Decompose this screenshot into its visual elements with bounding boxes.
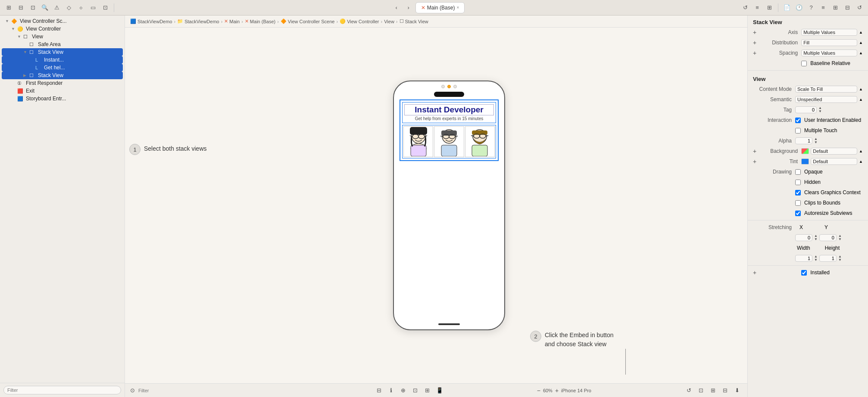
bc-item-6[interactable]: 🟡 View Controller [340, 19, 379, 24]
clips-to-bounds-checkbox[interactable] [795, 200, 801, 206]
toolbar-right-1[interactable]: ↺ [740, 3, 750, 13]
canvas-bottom-btn-5[interactable]: ⊞ [422, 385, 433, 396]
opaque-checkbox[interactable] [795, 169, 801, 175]
toolbar-icon-5[interactable]: ⚠ [52, 3, 62, 13]
axis-plus[interactable]: + [753, 29, 756, 36]
sh-down[interactable]: ▼ [838, 258, 842, 262]
toolbar-icon-4[interactable]: 🔍 [40, 3, 50, 13]
clears-graphics-checkbox[interactable] [795, 190, 801, 195]
axis-select[interactable]: Multiple Values [801, 29, 857, 36]
spacing-plus[interactable]: + [753, 50, 756, 56]
toolbar-right-6[interactable]: ? [806, 3, 816, 13]
tint-plus[interactable]: + [753, 158, 756, 165]
tree-item-gethelp[interactable]: ▼ L Get hel... [2, 64, 123, 71]
installed-plus[interactable]: + [753, 269, 756, 276]
baseline-checkbox[interactable] [801, 61, 807, 66]
sx-down[interactable]: ▼ [814, 238, 818, 241]
toolbar-right-4[interactable]: 📄 [782, 3, 792, 13]
dist-chevron[interactable]: ▲ [859, 40, 863, 45]
bg-select[interactable]: Default [811, 148, 857, 155]
tree-item-safe-area[interactable]: ▼ ☐ Safe Area [2, 40, 123, 48]
nav-forward-button[interactable]: › [403, 3, 414, 13]
bc-item-1[interactable]: 🟦 StackViewDemo [130, 19, 172, 24]
semantic-chevron[interactable]: ▲ [859, 97, 863, 102]
zoom-in-button[interactable]: + [555, 387, 559, 394]
toolbar-right-9[interactable]: ⊟ [842, 3, 852, 13]
canvas-bottom-btn-4[interactable]: ⊡ [410, 385, 421, 396]
bc-item-3[interactable]: ✕ Main [224, 19, 240, 24]
bottom-filter-input[interactable] [138, 388, 371, 393]
bg-swatch[interactable] [801, 148, 809, 154]
toolbar-icon-8[interactable]: ▭ [88, 3, 98, 13]
content-mode-chevron[interactable]: ▲ [859, 87, 863, 91]
hidden-checkbox[interactable] [795, 180, 801, 185]
toolbar-right-5[interactable]: 🕐 [794, 3, 804, 13]
toolbar-icon-7[interactable]: ⟐ [76, 3, 86, 13]
bc-item-2[interactable]: 📁 StackViewDemo [177, 19, 219, 24]
tree-item-view[interactable]: ▼ ☐ View [2, 33, 123, 40]
bottom-right-btn-1[interactable]: ↺ [684, 385, 694, 396]
user-interaction-checkbox[interactable] [795, 118, 801, 123]
embed-in-button[interactable]: ⬇ [732, 385, 742, 396]
tree-item-stackview1[interactable]: ▼ ☐ Stack View [2, 48, 123, 56]
toolbar-right-8[interactable]: ⊞ [830, 3, 840, 13]
toolbar-icon-3[interactable]: ⊡ [28, 3, 38, 13]
bc-item-5[interactable]: 🔶 View Controller Scene [281, 19, 335, 24]
stretch-x-input[interactable] [795, 234, 812, 241]
spacing-select[interactable]: Multiple Values [801, 50, 857, 56]
autoresize-checkbox[interactable] [795, 211, 801, 216]
toolbar-right-2[interactable]: ≡ [752, 3, 762, 13]
bottom-right-btn-2[interactable]: ⊡ [696, 385, 706, 396]
bc-item-8[interactable]: ☐ Stack View [400, 19, 428, 24]
semantic-select[interactable]: Unspecified [795, 96, 857, 103]
multiple-touch-checkbox[interactable] [795, 128, 801, 133]
stretch-w-input[interactable] [795, 255, 812, 262]
tree-item-vc-scene[interactable]: ▼ 🔶 View Controller Sc... [2, 17, 123, 25]
bg-chevron[interactable]: ▲ [859, 149, 863, 153]
main-base-tab[interactable]: ✕ Main (Base) × [415, 2, 465, 13]
tree-item-first-responder[interactable]: ▼ ① First Responder [2, 79, 123, 87]
toolbar-icon-2[interactable]: ⊟ [16, 3, 26, 13]
toolbar-right-7[interactable]: ≡ [818, 3, 828, 13]
tint-swatch[interactable] [801, 158, 809, 164]
nav-back-button[interactable]: ‹ [391, 3, 402, 13]
tree-item-exit[interactable]: ▼ 🟥 Exit [2, 87, 123, 95]
spacing-stepper[interactable]: ▲ [859, 51, 863, 55]
canvas-bottom-btn-3[interactable]: ⊕ [398, 385, 409, 396]
bg-plus[interactable]: + [753, 148, 756, 155]
toolbar-right-10[interactable]: ↺ [854, 3, 865, 13]
toolbar-icon-9[interactable]: ⊡ [100, 3, 110, 13]
bc-item-7[interactable]: View [384, 19, 394, 24]
bottom-right-btn-4[interactable]: ⊟ [720, 385, 730, 396]
installed-checkbox[interactable] [801, 270, 807, 276]
dist-select[interactable]: Fill [801, 39, 857, 46]
toolbar-right-3[interactable]: ⊞ [764, 3, 774, 13]
zoom-out-button[interactable]: − [537, 387, 540, 394]
toolbar-icon-1[interactable]: ⊞ [3, 3, 14, 13]
bottom-right-btn-3[interactable]: ⊞ [708, 385, 718, 396]
stretch-h-input[interactable] [819, 255, 837, 262]
tree-item-vc[interactable]: ▼ 🟡 View Controller [2, 25, 123, 33]
bc-item-4[interactable]: ✕ Main (Base) [245, 19, 275, 24]
tint-chevron[interactable]: ▲ [859, 159, 863, 164]
content-mode-select[interactable]: Scale To Fill [795, 86, 857, 93]
toolbar-icon-6[interactable]: ◇ [64, 3, 74, 13]
sy-down[interactable]: ▼ [838, 238, 842, 241]
alpha-down[interactable]: ▼ [814, 141, 818, 144]
axis-stepper-up[interactable]: ▲ [859, 30, 863, 34]
tab-close-button[interactable]: × [456, 5, 459, 10]
tree-item-stackview2[interactable]: ▶ ☐ Stack View [2, 71, 123, 79]
tree-item-storyboard[interactable]: ▼ 🟦 Storyboard Entr... [2, 95, 123, 102]
stretch-y-input[interactable] [819, 234, 837, 241]
tree-item-instant[interactable]: ▼ L Instant... [2, 56, 123, 64]
sw-down[interactable]: ▼ [814, 258, 818, 262]
dist-plus[interactable]: + [753, 39, 756, 46]
canvas-bottom-btn-1[interactable]: ⊟ [374, 385, 384, 396]
filter-input[interactable] [3, 386, 121, 394]
canvas-bottom-btn-2[interactable]: ℹ [386, 385, 397, 396]
canvas-bottom-btn-6[interactable]: 📱 [434, 385, 445, 396]
tag-input[interactable] [795, 106, 817, 113]
tint-select[interactable]: Default [811, 158, 857, 165]
alpha-input[interactable] [795, 137, 812, 144]
tag-stepper-down[interactable]: ▼ [818, 110, 822, 113]
